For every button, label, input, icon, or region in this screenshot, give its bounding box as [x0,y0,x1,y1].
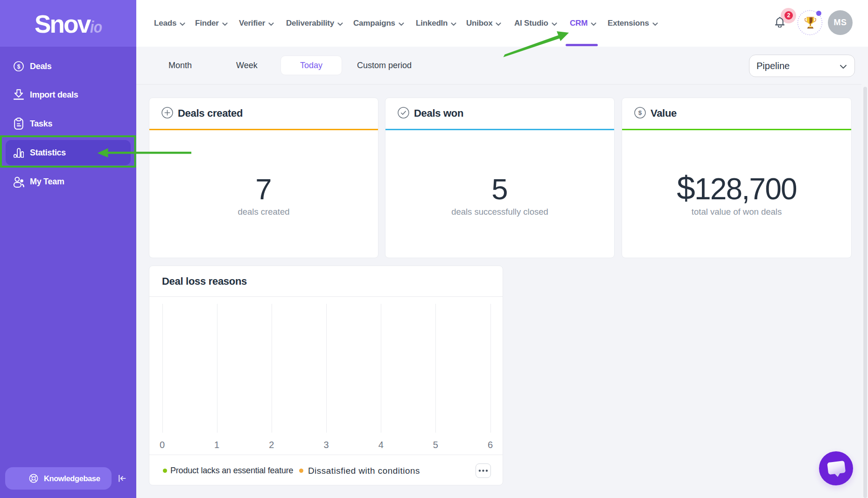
svg-text:$: $ [638,109,642,116]
svg-text:$: $ [17,63,21,70]
